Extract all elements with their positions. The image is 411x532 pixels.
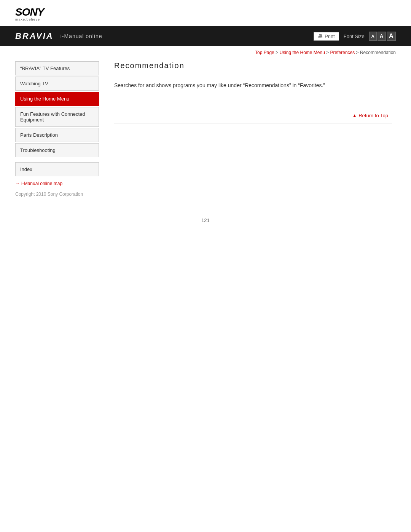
breadcrumb-current: Recommendation	[360, 50, 396, 55]
sidebar-item-parts-description[interactable]: Parts Description	[15, 128, 99, 142]
font-small-button[interactable]: A	[369, 32, 377, 41]
sidebar-item-watching-tv[interactable]: Watching TV	[15, 77, 99, 91]
breadcrumb-preferences[interactable]: Preferences	[330, 50, 355, 55]
breadcrumb-sep3: >	[356, 50, 360, 55]
breadcrumb-sep2: >	[326, 50, 330, 55]
font-large-button[interactable]: A	[387, 32, 396, 41]
breadcrumb-sep1: >	[276, 50, 279, 55]
font-medium-button[interactable]: A	[378, 32, 386, 41]
imanual-map-link[interactable]: → i-Manual online map	[15, 181, 99, 186]
bravia-section: BRAVIA i-Manual online	[15, 31, 102, 41]
sidebar-item-index[interactable]: Index	[15, 162, 99, 176]
sony-tagline: make.believe	[15, 18, 396, 21]
sidebar-divider	[15, 158, 99, 162]
logo-area: SONY make.believe	[0, 0, 411, 26]
print-button[interactable]: 🖶 Print	[314, 32, 339, 41]
bravia-logo: BRAVIA	[15, 31, 54, 41]
sidebar-map-link[interactable]: → i-Manual online map	[15, 181, 99, 186]
sidebar-item-fun-features[interactable]: Fun Features with Connected Equipment	[15, 107, 99, 127]
sidebar-item-home-menu[interactable]: Using the Home Menu	[15, 92, 99, 106]
sony-brand: SONY	[15, 7, 396, 18]
print-label: Print	[325, 34, 335, 39]
content-body: Searches for and shows programs you may …	[114, 81, 392, 89]
copyright-text: Copyright 2010 Sony Corporation	[15, 192, 83, 197]
page-number: 121	[0, 217, 411, 223]
breadcrumb-home-menu[interactable]: Using the Home Menu	[279, 50, 325, 55]
map-link-label: i-Manual online map	[21, 181, 62, 186]
page-heading: Recommendation	[114, 61, 392, 74]
map-arrow-icon: →	[15, 181, 20, 186]
sidebar-item-troubleshooting[interactable]: Troubleshooting	[15, 143, 99, 157]
sidebar-item-bravia-features[interactable]: “BRAVIA” TV Features	[15, 61, 99, 75]
sony-logo: SONY make.believe	[15, 7, 396, 21]
imanual-label: i-Manual online	[61, 33, 102, 39]
main-layout: “BRAVIA” TV Features Watching TV Using t…	[0, 61, 411, 186]
return-to-top-link[interactable]: ▲ Return to Top	[352, 113, 388, 118]
return-to-top: ▲ Return to Top	[114, 112, 392, 123]
top-bar: BRAVIA i-Manual online 🖶 Print Font Size…	[0, 26, 411, 46]
content-area: Recommendation Searches for and shows pr…	[110, 61, 396, 186]
print-icon: 🖶	[318, 34, 323, 39]
sidebar: “BRAVIA” TV Features Watching TV Using t…	[15, 61, 99, 186]
return-top-label: Return to Top	[358, 113, 388, 118]
font-size-buttons: A A A	[369, 32, 396, 41]
top-bar-right: 🖶 Print Font Size A A A	[314, 32, 396, 41]
breadcrumb-top-page[interactable]: Top Page	[255, 50, 274, 55]
return-top-arrow-icon: ▲	[352, 113, 357, 118]
breadcrumb: Top Page > Using the Home Menu > Prefere…	[0, 46, 411, 58]
font-size-label: Font Size	[344, 34, 365, 39]
footer: Copyright 2010 Sony Corporation	[0, 186, 411, 202]
